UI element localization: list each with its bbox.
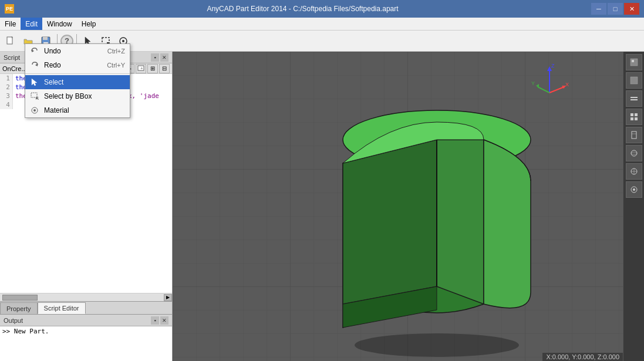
select-icon [30, 77, 39, 87]
dropdown-separator [25, 73, 130, 74]
output-close-btn[interactable]: ✕ [160, 316, 168, 325]
svg-point-9 [122, 40, 124, 42]
undo-label: Undo [44, 47, 61, 55]
svg-rect-38 [635, 117, 638, 120]
menu-window[interactable]: Window [42, 18, 77, 30]
titlebar-controls: ─ □ ✕ [591, 3, 639, 15]
select-bbox-label: Select by BBox [44, 92, 92, 100]
menubar: File Edit Window Help [0, 18, 644, 31]
viewport-status: X:0.000, Y:0.000, Z:0.000 [542, 353, 623, 361]
script-more-btn[interactable]: ⊟ [159, 64, 170, 73]
scroll-thumb[interactable] [2, 295, 38, 301]
svg-rect-0 [7, 37, 12, 44]
new-button[interactable] [2, 33, 19, 49]
menu-redo[interactable]: Redo Ctrl+Y [25, 58, 130, 72]
right-toolbar [623, 52, 644, 361]
svg-point-54 [33, 109, 36, 112]
svg-point-47 [633, 188, 635, 191]
edit-dropdown-menu: Undo Ctrl+Z Redo Ctrl+Y Select Select by… [25, 43, 130, 118]
rt-btn-5[interactable] [626, 127, 642, 143]
svg-rect-32 [630, 77, 638, 84]
script-scrollbar[interactable]: ▶ [0, 293, 172, 301]
rt-btn-1[interactable] [626, 54, 642, 70]
rt-btn-sphere[interactable] [626, 145, 642, 161]
svg-rect-31 [632, 60, 634, 62]
menu-edit[interactable]: Edit [21, 18, 42, 30]
rt-btn-target[interactable] [626, 163, 642, 180]
output-panel: Output ▪ ✕ >> New Part. [0, 314, 172, 361]
titlebar: PE AnyCAD Part Editor 2014 - C:/Softpedi… [0, 0, 644, 18]
svg-marker-48 [32, 49, 34, 52]
svg-text:Z: Z [551, 63, 555, 69]
svg-rect-3 [43, 37, 48, 40]
rt-btn-4[interactable] [626, 109, 642, 125]
svg-rect-51 [31, 93, 37, 97]
tab-script-editor[interactable]: Script Editor [38, 302, 86, 314]
tab-property[interactable]: Property [0, 302, 38, 314]
panel-close-button[interactable]: ✕ [160, 53, 168, 62]
svg-text:Y: Y [531, 80, 535, 86]
bottom-tabs: Property Script Editor [0, 301, 172, 314]
output-content: >> New Part. [0, 326, 172, 361]
panel-controls: ▪ ✕ [151, 53, 168, 62]
svg-text:+: + [140, 66, 143, 71]
panel-float-button[interactable]: ▪ [151, 53, 159, 62]
svg-point-41 [631, 150, 637, 156]
axis-indicator: Z X Y [529, 60, 570, 102]
svg-marker-49 [35, 63, 38, 66]
svg-rect-36 [635, 113, 638, 116]
redo-icon [30, 60, 39, 70]
rt-btn-3[interactable] [626, 90, 642, 107]
svg-rect-37 [630, 117, 633, 120]
redo-label: Redo [44, 61, 61, 69]
svg-rect-33 [630, 97, 638, 98]
menu-select-bbox[interactable]: Select by BBox [25, 89, 130, 103]
script-label: Script [4, 54, 20, 61]
rt-btn-settings[interactable] [626, 181, 642, 198]
menu-help[interactable]: Help [77, 18, 101, 30]
output-label: Output [4, 317, 23, 324]
maximize-button[interactable]: □ [608, 3, 623, 15]
svg-rect-34 [630, 99, 638, 100]
script-add-btn[interactable]: + [136, 64, 146, 73]
material-icon [30, 106, 39, 115]
rt-btn-2[interactable] [626, 72, 642, 89]
menu-file[interactable]: File [0, 18, 21, 30]
svg-marker-50 [32, 79, 37, 86]
titlebar-title: AnyCAD Part Editor 2014 - C:/Softpedia F… [14, 5, 591, 13]
close-button[interactable]: ✕ [624, 3, 639, 15]
svg-rect-39 [632, 131, 636, 139]
output-panel-controls: ▪ ✕ [151, 316, 168, 325]
material-label: Material [44, 106, 69, 114]
menu-select[interactable]: Select [25, 75, 130, 89]
resize-handle[interactable] [170, 52, 172, 361]
output-text: >> New Part. [2, 328, 49, 335]
select-label: Select [44, 78, 63, 86]
svg-rect-35 [630, 113, 633, 116]
menu-undo[interactable]: Undo Ctrl+Z [25, 44, 130, 58]
script-grid-btn[interactable]: ⊞ [147, 64, 158, 73]
3d-shape [290, 81, 584, 361]
select-bbox-icon [30, 92, 39, 101]
output-float-btn[interactable]: ▪ [151, 316, 159, 325]
svg-text:X: X [565, 82, 569, 87]
redo-shortcut: Ctrl+Y [107, 62, 125, 69]
app-icon: PE [5, 4, 14, 14]
undo-icon [30, 46, 39, 56]
menu-material[interactable]: Material [25, 103, 130, 117]
viewport[interactable]: Z X Y X:0.000, Y:0.000, Z:0.000 [173, 52, 623, 361]
svg-marker-28 [536, 84, 539, 88]
undo-shortcut: Ctrl+Z [107, 48, 125, 55]
svg-point-42 [631, 152, 637, 154]
titlebar-left: PE [5, 4, 14, 14]
svg-point-18 [355, 333, 519, 357]
svg-line-24 [549, 87, 564, 93]
svg-line-27 [538, 87, 549, 93]
output-header: Output ▪ ✕ [0, 315, 172, 326]
oncreate-label: OnCre... [2, 65, 27, 72]
minimize-button[interactable]: ─ [591, 3, 606, 15]
